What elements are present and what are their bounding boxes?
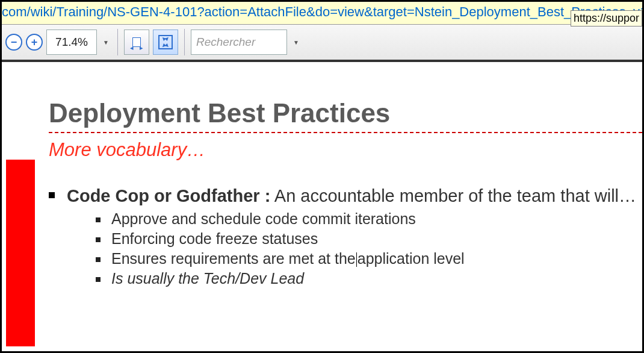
term-bold: Code Cop or Godfather : <box>67 186 270 205</box>
slide-title: Deployment Best Practices <box>49 98 642 128</box>
bullet-level2-text: Enforcing code freeze statuses <box>111 230 318 248</box>
search-dropdown-caret[interactable]: ▼ <box>291 30 302 55</box>
bullet-square-icon <box>96 217 101 222</box>
term-def: An accountable member of the team that <box>270 186 594 205</box>
address-bar[interactable]: com/wiki/Training/NS-GEN-4-101?action=At… <box>2 2 642 20</box>
slide-subtitle: More vocabulary… <box>49 139 642 161</box>
fit-page-button[interactable]: ▲▲▲▲ <box>153 30 178 55</box>
bullet-level2: Enforcing code freeze statuses <box>96 230 642 248</box>
bullet-level1: Code Cop or Godfather : An accountable m… <box>49 184 642 208</box>
toolbar-divider <box>117 29 118 55</box>
fit-width-icon: ◂▸ <box>130 36 143 49</box>
term-def-tail: will… <box>595 186 636 205</box>
bullet-level2: Ensures requirements are met at theappli… <box>96 250 642 267</box>
bullet-level2-text: Approve and schedule code commit iterati… <box>111 210 416 228</box>
bullet-level2-text: Is usually the Tech/Dev Lead <box>111 270 304 287</box>
url-tooltip: https://suppor <box>571 10 642 27</box>
slide-content: Deployment Best Practices More vocabular… <box>49 98 642 287</box>
search-input[interactable]: Rechercher <box>191 30 287 55</box>
bullet-level1-text: Code Cop or Godfather : An accountable m… <box>67 184 636 208</box>
title-underline <box>49 132 642 133</box>
fit-width-button[interactable]: ◂▸ <box>124 30 149 55</box>
bullet-square-icon <box>96 257 101 262</box>
zoom-in-button[interactable]: + <box>26 34 43 51</box>
zoom-dropdown-caret[interactable]: ▼ <box>101 30 111 55</box>
bullet-level2-text: Ensures requirements are met at theappli… <box>111 250 465 267</box>
document-viewport: Deployment Best Practices More vocabular… <box>2 62 642 351</box>
fullscreen-icon: ▲▲▲▲ <box>158 35 173 49</box>
bullet-level2: Approve and schedule code commit iterati… <box>96 210 642 228</box>
bullet-level2: Is usually the Tech/Dev Lead <box>96 270 642 287</box>
bullet-square-icon <box>49 192 55 198</box>
sub-bullet-part2: application level <box>358 250 465 267</box>
sub-bullet-part1: Ensures requirements are met at the <box>111 250 356 267</box>
text-cursor <box>356 252 357 267</box>
address-bar-row: com/wiki/Training/NS-GEN-4-101?action=At… <box>2 2 642 25</box>
bullet-square-icon <box>96 237 101 242</box>
zoom-group: − + 71.4% ▼ <box>5 30 111 55</box>
pdf-toolbar: − + 71.4% ▼ ◂▸ ▲▲▲▲ Rechercher ▼ <box>2 25 642 62</box>
toolbar-divider <box>184 29 185 55</box>
slide-accent-bar <box>6 160 35 346</box>
zoom-out-button[interactable]: − <box>5 34 22 51</box>
bullet-square-icon <box>96 277 101 282</box>
zoom-level-input[interactable]: 71.4% <box>46 30 97 55</box>
